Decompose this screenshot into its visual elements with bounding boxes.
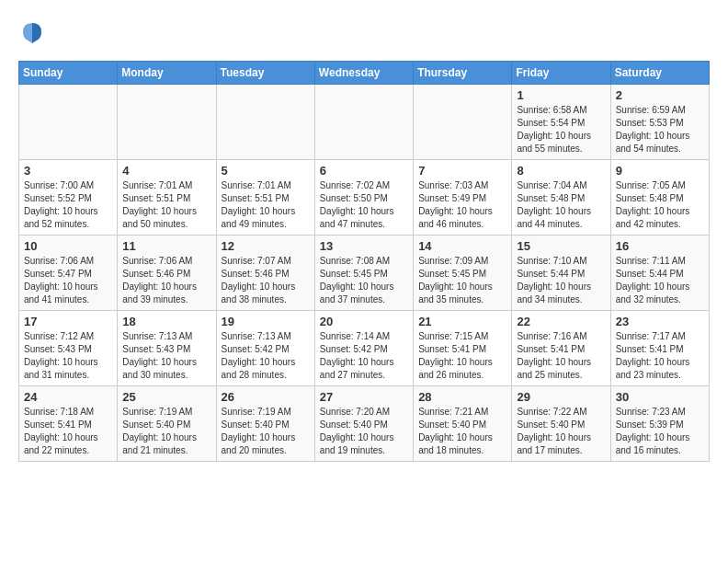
weekday-header-friday: Friday xyxy=(512,62,610,85)
day-number: 10 xyxy=(24,239,112,253)
day-info: Sunrise: 7:10 AM Sunset: 5:44 PM Dayligh… xyxy=(517,255,605,306)
calendar-cell: 5Sunrise: 7:01 AM Sunset: 5:51 PM Daylig… xyxy=(216,160,314,236)
weekday-header-wednesday: Wednesday xyxy=(314,62,413,85)
calendar-cell: 14Sunrise: 7:09 AM Sunset: 5:45 PM Dayli… xyxy=(414,236,512,311)
day-info: Sunrise: 7:03 AM Sunset: 5:49 PM Dayligh… xyxy=(418,179,506,231)
weekday-header-row: SundayMondayTuesdayWednesdayThursdayFrid… xyxy=(19,62,710,85)
day-number: 18 xyxy=(122,315,210,328)
calendar-cell: 29Sunrise: 7:22 AM Sunset: 5:40 PM Dayli… xyxy=(512,386,610,462)
day-info: Sunrise: 7:06 AM Sunset: 5:46 PM Dayligh… xyxy=(122,255,210,306)
logo xyxy=(18,18,50,46)
day-number: 12 xyxy=(222,239,310,253)
calendar-week-5: 24Sunrise: 7:18 AM Sunset: 5:41 PM Dayli… xyxy=(19,386,710,462)
day-number: 23 xyxy=(616,315,704,328)
calendar-cell: 8Sunrise: 7:04 AM Sunset: 5:48 PM Daylig… xyxy=(512,160,610,236)
day-number: 7 xyxy=(418,164,506,178)
calendar-cell: 28Sunrise: 7:21 AM Sunset: 5:40 PM Dayli… xyxy=(414,386,512,462)
calendar-cell: 15Sunrise: 7:10 AM Sunset: 5:44 PM Dayli… xyxy=(512,236,610,311)
day-info: Sunrise: 7:19 AM Sunset: 5:40 PM Dayligh… xyxy=(122,406,210,457)
day-number: 14 xyxy=(418,239,506,253)
day-number: 22 xyxy=(517,315,605,328)
weekday-header-thursday: Thursday xyxy=(414,62,512,85)
calendar-cell: 10Sunrise: 7:06 AM Sunset: 5:47 PM Dayli… xyxy=(19,236,118,311)
calendar-cell: 18Sunrise: 7:13 AM Sunset: 5:43 PM Dayli… xyxy=(118,311,216,386)
day-number: 21 xyxy=(418,315,506,328)
day-info: Sunrise: 6:58 AM Sunset: 5:54 PM Dayligh… xyxy=(517,104,605,155)
calendar-week-4: 17Sunrise: 7:12 AM Sunset: 5:43 PM Dayli… xyxy=(19,311,710,386)
day-number: 8 xyxy=(517,164,605,178)
day-info: Sunrise: 7:08 AM Sunset: 5:45 PM Dayligh… xyxy=(320,255,408,306)
day-info: Sunrise: 7:01 AM Sunset: 5:51 PM Dayligh… xyxy=(222,179,310,231)
day-number: 30 xyxy=(616,390,704,404)
calendar-cell xyxy=(118,85,216,160)
calendar-cell: 24Sunrise: 7:18 AM Sunset: 5:41 PM Dayli… xyxy=(19,386,118,462)
day-number: 5 xyxy=(222,164,310,178)
day-number: 4 xyxy=(122,164,210,178)
weekday-header-monday: Monday xyxy=(118,62,216,85)
day-number: 26 xyxy=(222,390,310,404)
day-number: 29 xyxy=(517,390,605,404)
day-info: Sunrise: 7:18 AM Sunset: 5:41 PM Dayligh… xyxy=(24,406,112,457)
day-number: 17 xyxy=(24,315,112,328)
day-number: 19 xyxy=(222,315,310,328)
day-info: Sunrise: 7:20 AM Sunset: 5:40 PM Dayligh… xyxy=(320,406,408,457)
day-info: Sunrise: 7:06 AM Sunset: 5:47 PM Dayligh… xyxy=(24,255,112,306)
day-number: 24 xyxy=(24,390,112,404)
calendar-cell: 3Sunrise: 7:00 AM Sunset: 5:52 PM Daylig… xyxy=(19,160,118,236)
day-number: 20 xyxy=(320,315,408,328)
day-info: Sunrise: 7:22 AM Sunset: 5:40 PM Dayligh… xyxy=(517,406,605,457)
calendar-week-3: 10Sunrise: 7:06 AM Sunset: 5:47 PM Dayli… xyxy=(19,236,710,311)
day-info: Sunrise: 7:09 AM Sunset: 5:45 PM Dayligh… xyxy=(418,255,506,306)
calendar-cell: 12Sunrise: 7:07 AM Sunset: 5:46 PM Dayli… xyxy=(216,236,314,311)
calendar-week-1: 1Sunrise: 6:58 AM Sunset: 5:54 PM Daylig… xyxy=(19,85,710,160)
day-number: 6 xyxy=(320,164,408,178)
calendar-cell: 16Sunrise: 7:11 AM Sunset: 5:44 PM Dayli… xyxy=(610,236,709,311)
day-info: Sunrise: 7:12 AM Sunset: 5:43 PM Dayligh… xyxy=(24,330,112,382)
day-info: Sunrise: 7:11 AM Sunset: 5:44 PM Dayligh… xyxy=(616,255,704,306)
day-info: Sunrise: 7:14 AM Sunset: 5:42 PM Dayligh… xyxy=(320,330,408,382)
day-info: Sunrise: 6:59 AM Sunset: 5:53 PM Dayligh… xyxy=(616,104,704,155)
calendar-cell: 7Sunrise: 7:03 AM Sunset: 5:49 PM Daylig… xyxy=(414,160,512,236)
calendar-cell: 20Sunrise: 7:14 AM Sunset: 5:42 PM Dayli… xyxy=(314,311,413,386)
calendar-cell: 11Sunrise: 7:06 AM Sunset: 5:46 PM Dayli… xyxy=(118,236,216,311)
calendar-cell: 9Sunrise: 7:05 AM Sunset: 5:48 PM Daylig… xyxy=(610,160,709,236)
logo-icon xyxy=(18,18,46,46)
day-info: Sunrise: 7:21 AM Sunset: 5:40 PM Dayligh… xyxy=(418,406,506,457)
calendar-cell: 17Sunrise: 7:12 AM Sunset: 5:43 PM Dayli… xyxy=(19,311,118,386)
calendar-cell: 22Sunrise: 7:16 AM Sunset: 5:41 PM Dayli… xyxy=(512,311,610,386)
calendar-cell xyxy=(414,85,512,160)
day-number: 13 xyxy=(320,239,408,253)
day-info: Sunrise: 7:07 AM Sunset: 5:46 PM Dayligh… xyxy=(222,255,310,306)
weekday-header-tuesday: Tuesday xyxy=(216,62,314,85)
day-info: Sunrise: 7:05 AM Sunset: 5:48 PM Dayligh… xyxy=(616,179,704,231)
weekday-header-saturday: Saturday xyxy=(610,62,709,85)
day-info: Sunrise: 7:02 AM Sunset: 5:50 PM Dayligh… xyxy=(320,179,408,231)
calendar-cell xyxy=(314,85,413,160)
page-header xyxy=(18,18,710,46)
calendar-table: SundayMondayTuesdayWednesdayThursdayFrid… xyxy=(18,61,710,462)
calendar-cell: 21Sunrise: 7:15 AM Sunset: 5:41 PM Dayli… xyxy=(414,311,512,386)
day-info: Sunrise: 7:19 AM Sunset: 5:40 PM Dayligh… xyxy=(222,406,310,457)
calendar-cell xyxy=(19,85,118,160)
calendar-cell: 19Sunrise: 7:13 AM Sunset: 5:42 PM Dayli… xyxy=(216,311,314,386)
calendar-cell: 13Sunrise: 7:08 AM Sunset: 5:45 PM Dayli… xyxy=(314,236,413,311)
day-number: 16 xyxy=(616,239,704,253)
day-number: 11 xyxy=(122,239,210,253)
calendar-cell: 1Sunrise: 6:58 AM Sunset: 5:54 PM Daylig… xyxy=(512,85,610,160)
day-info: Sunrise: 7:23 AM Sunset: 5:39 PM Dayligh… xyxy=(616,406,704,457)
calendar-cell: 25Sunrise: 7:19 AM Sunset: 5:40 PM Dayli… xyxy=(118,386,216,462)
day-number: 1 xyxy=(517,88,605,102)
day-number: 15 xyxy=(517,239,605,253)
calendar-cell: 2Sunrise: 6:59 AM Sunset: 5:53 PM Daylig… xyxy=(610,85,709,160)
day-number: 9 xyxy=(616,164,704,178)
day-number: 25 xyxy=(122,390,210,404)
calendar-cell xyxy=(216,85,314,160)
weekday-header-sunday: Sunday xyxy=(19,62,118,85)
day-info: Sunrise: 7:15 AM Sunset: 5:41 PM Dayligh… xyxy=(418,330,506,382)
day-info: Sunrise: 7:13 AM Sunset: 5:42 PM Dayligh… xyxy=(222,330,310,382)
calendar-cell: 23Sunrise: 7:17 AM Sunset: 5:41 PM Dayli… xyxy=(610,311,709,386)
day-number: 27 xyxy=(320,390,408,404)
calendar-cell: 26Sunrise: 7:19 AM Sunset: 5:40 PM Dayli… xyxy=(216,386,314,462)
calendar-week-2: 3Sunrise: 7:00 AM Sunset: 5:52 PM Daylig… xyxy=(19,160,710,236)
day-number: 28 xyxy=(418,390,506,404)
